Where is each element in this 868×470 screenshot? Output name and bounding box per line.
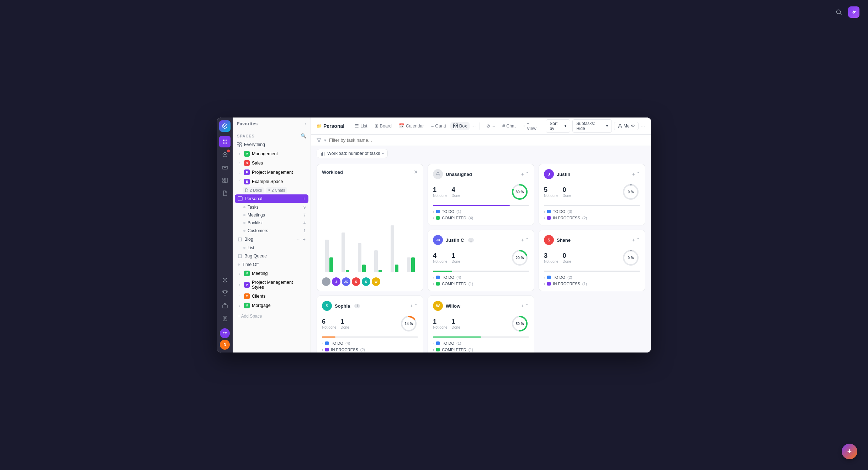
nav-notepad-icon[interactable]	[219, 313, 231, 324]
task-row[interactable]: › COMPLETED (1)	[433, 348, 529, 352]
sidebar-item-meeting[interactable]: › M Meeting	[235, 269, 308, 278]
not-done-num: 1	[433, 186, 448, 194]
sidebar-collapse-btn[interactable]: ‹	[305, 121, 306, 127]
user-avatar-ec[interactable]: EC	[220, 328, 230, 338]
board-tab-label: Board	[380, 124, 392, 129]
card-actions[interactable]: + ⌃	[521, 171, 529, 177]
chats-item[interactable]: # 2 Chats	[266, 187, 287, 193]
task-row[interactable]: › COMPLETED (4)	[433, 216, 529, 220]
sidebar-item-clients[interactable]: › C Clients	[235, 292, 308, 301]
stat-not-done: 1 Not done	[433, 186, 448, 198]
plus-icon[interactable]: +	[632, 237, 635, 243]
nav-trophies-icon[interactable]	[219, 287, 231, 298]
stat-not-done: 5 Not done	[544, 186, 559, 198]
sidebar-item-mortgage[interactable]: › M Mortgage	[235, 301, 308, 310]
personal-add[interactable]: +	[303, 196, 306, 202]
sidebar-item-sales[interactable]: › S Sales	[235, 159, 308, 167]
task-row[interactable]: › TO DO (4)	[433, 275, 529, 280]
sidebar-item-pm-styles[interactable]: › P Project Management Styles	[235, 278, 308, 291]
sidebar-subitem-tasks[interactable]: Tasks 9	[240, 204, 308, 211]
plus-icon[interactable]: +	[632, 171, 635, 177]
nav-tasks-icon[interactable]	[219, 136, 231, 147]
sidebar-item-bug-queue[interactable]: Bug Queue	[235, 252, 308, 260]
task-row[interactable]: › IN PROGRESS (1)	[544, 282, 640, 286]
search-btn[interactable]	[833, 6, 845, 18]
more-options-btn[interactable]: ···	[641, 123, 645, 129]
sidebar-item-personal[interactable]: Personal ··· +	[235, 194, 308, 203]
expand-icon[interactable]: ⌃	[525, 171, 529, 177]
card-tasks: › TO DO (4) › IN PROGRESS (2) › R	[322, 341, 418, 352]
subtasks-btn[interactable]: Subtasks: Hide ▾	[572, 119, 612, 133]
add-space-btn[interactable]: + Add Space	[233, 312, 311, 321]
workload-btn[interactable]: Workload: number of tasks ▾	[317, 149, 388, 158]
task-label: TO DO	[331, 341, 343, 345]
lightning-btn[interactable]	[848, 6, 859, 18]
task-row[interactable]: › TO DO (4)	[322, 341, 418, 345]
sort-by-btn[interactable]: Sort by ▾	[546, 119, 570, 133]
svg-rect-21	[453, 124, 455, 126]
tab-list[interactable]: ☰ List	[352, 122, 370, 130]
svg-rect-29	[322, 152, 323, 156]
sidebar-subitem-booklist[interactable]: Booklist 4	[240, 219, 308, 226]
nav-docs-icon[interactable]	[219, 187, 231, 199]
bar-gray	[325, 240, 329, 272]
task-row[interactable]: › COMPLETED (1)	[433, 282, 529, 286]
bar-gray	[358, 243, 361, 272]
task-row[interactable]: › IN PROGRESS (2)	[322, 348, 418, 352]
sidebar-item-project-management[interactable]: › P Project Management	[235, 168, 308, 177]
sidebar-item-everything[interactable]: Everything	[233, 140, 311, 149]
task-row[interactable]: › TO DO (2)	[544, 275, 640, 280]
task-row[interactable]: › TO DO (3)	[544, 209, 640, 214]
tab-overdue[interactable]: ⊘ ···	[483, 122, 498, 130]
personal-more[interactable]: ···	[297, 197, 301, 201]
expand-icon[interactable]: ⌃	[636, 237, 640, 243]
sidebar-subitem-customers[interactable]: Customers 1	[240, 227, 308, 234]
sidebar-search-icon[interactable]: 🔍	[301, 133, 306, 139]
expand-icon[interactable]: ⌃	[525, 237, 529, 243]
nav-dashboards-icon[interactable]	[219, 174, 231, 186]
user-avatar-d[interactable]: D	[220, 340, 230, 350]
me-btn[interactable]: Me	[614, 122, 639, 130]
tab-board[interactable]: ⊞ Board	[372, 122, 395, 130]
expand-icon[interactable]: ⌃	[636, 171, 640, 177]
nav-inbox-icon[interactable]	[219, 162, 231, 173]
plus-icon[interactable]: +	[521, 303, 524, 309]
task-status-dot	[436, 282, 440, 286]
nav-goals-icon[interactable]	[219, 274, 231, 286]
app-logo[interactable]	[219, 120, 231, 132]
sidebar-item-blog[interactable]: Blog ··· +	[235, 235, 308, 244]
nav-briefcase-icon[interactable]	[219, 300, 231, 311]
card-actions[interactable]: + ⌃	[632, 171, 640, 177]
sidebar-subitem-meetings[interactable]: Meetings 7	[240, 212, 308, 219]
card-actions[interactable]: + ⌃	[521, 303, 529, 309]
list-tab-icon: ☰	[355, 123, 359, 129]
card-actions[interactable]: + ⌃	[521, 237, 529, 243]
more-tabs-btn[interactable]: ···	[471, 123, 476, 129]
plus-icon[interactable]: +	[521, 171, 524, 177]
sort-by-label: Sort by	[550, 121, 563, 131]
plus-icon[interactable]: +	[521, 237, 524, 243]
plus-icon[interactable]: +	[410, 303, 413, 309]
filter-input[interactable]	[329, 137, 645, 143]
tab-calendar[interactable]: 📅 Calendar	[396, 122, 427, 130]
tab-gantt[interactable]: ≡ Gantt	[428, 122, 449, 130]
add-view-btn[interactable]: + + View	[520, 120, 543, 132]
close-icon[interactable]: ✕	[414, 169, 418, 175]
card-actions[interactable]: + ⌃	[632, 237, 640, 243]
tab-chat[interactable]: # Chat	[499, 122, 518, 130]
fab-button[interactable]: +	[842, 444, 857, 459]
expand-icon[interactable]: ⌃	[525, 303, 529, 309]
sidebar-subitem-list[interactable]: List	[240, 244, 308, 251]
card-name-justinc: Justin C	[446, 237, 464, 243]
tab-box[interactable]: Box	[450, 122, 470, 130]
sidebar-item-time-off[interactable]: Time Off	[235, 261, 308, 268]
task-row[interactable]: › IN PROGRESS (2)	[544, 216, 640, 220]
sidebar-item-example-space[interactable]: › E Example Space	[235, 177, 308, 186]
card-actions[interactable]: + ⌃	[410, 303, 418, 309]
sidebar-item-management[interactable]: › M Management	[235, 150, 308, 158]
nav-notifications-icon[interactable]	[219, 149, 231, 160]
task-row[interactable]: › TO DO (1)	[433, 341, 529, 345]
docs-item[interactable]: 2 Docs	[243, 187, 264, 193]
expand-icon[interactable]: ⌃	[414, 303, 418, 309]
task-row[interactable]: › TO DO (1)	[433, 209, 529, 214]
